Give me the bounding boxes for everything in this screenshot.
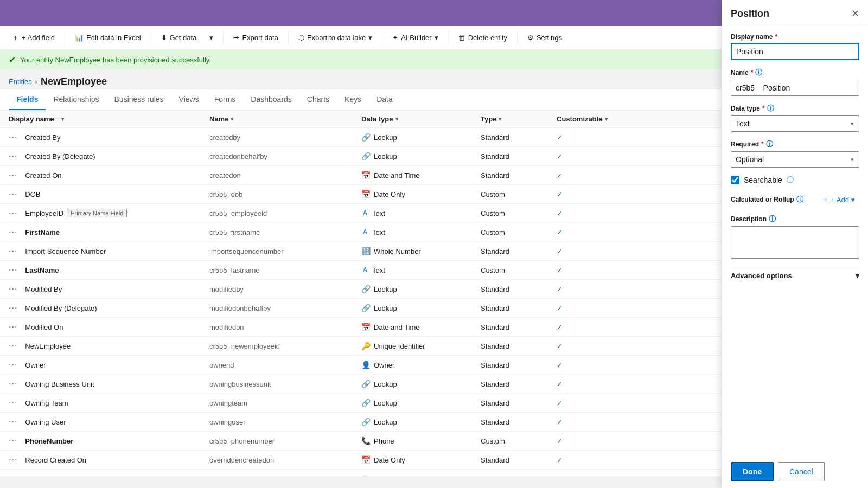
dt-label: Date and Time: [374, 171, 420, 179]
description-textarea[interactable]: [731, 226, 859, 259]
side-panel: Position ✕ Display name * Name * ⓘ Data …: [722, 0, 868, 488]
data-type-cell: Ａ Text: [361, 227, 481, 237]
data-type-cell: ☰ Option Set: [361, 474, 481, 476]
data-type-cell: 👤 Owner: [361, 361, 481, 369]
add-calc-button[interactable]: ＋ + Add ▾: [817, 192, 859, 207]
done-button[interactable]: Done: [731, 462, 774, 481]
row-menu[interactable]: ···: [9, 417, 17, 427]
row-menu[interactable]: ···: [9, 227, 17, 237]
get-data-button[interactable]: ⬇ Get data: [156, 30, 202, 45]
row-menu[interactable]: ···: [9, 398, 17, 408]
row-menu[interactable]: ···: [9, 341, 17, 351]
row-menu[interactable]: ···: [9, 379, 17, 389]
cancel-button[interactable]: Cancel: [778, 462, 825, 481]
row-customizable: ✓: [557, 152, 633, 160]
dt-icon: 🔢: [361, 247, 371, 255]
dt-icon: 📅: [361, 190, 371, 198]
advanced-options-row[interactable]: Advanced options ▾: [731, 268, 859, 283]
get-data-dropdown[interactable]: ▾: [204, 30, 219, 45]
dt-icon: 🔗: [361, 152, 371, 160]
toolbar-separator-2: [151, 31, 151, 44]
settings-button[interactable]: ⚙ Settings: [522, 30, 567, 45]
display-name-input[interactable]: [731, 43, 859, 60]
row-name: cr5b5_firstname: [209, 228, 361, 236]
display-name-text: Import Sequence Number: [25, 247, 106, 255]
row-name: owningbusinessunit: [209, 380, 361, 388]
row-name: modifiedby: [209, 285, 361, 293]
tab-fields[interactable]: Fields: [9, 89, 46, 110]
row-customizable: ✓: [557, 304, 633, 312]
desc-info-icon[interactable]: ⓘ: [769, 214, 776, 224]
dtype-sort-icon: ▾: [395, 116, 398, 122]
row-menu[interactable]: ···: [9, 455, 17, 465]
row-display-name: ··· Status: [9, 474, 209, 476]
row-menu[interactable]: ···: [9, 284, 17, 294]
name-info-icon[interactable]: ⓘ: [755, 68, 762, 78]
dt-label: Owner: [374, 361, 394, 369]
add-field-button[interactable]: ＋ + Add field: [7, 30, 60, 46]
th-name[interactable]: Name ▾: [209, 115, 361, 123]
data-type-cell: 🔢 Whole Number: [361, 247, 481, 255]
row-menu[interactable]: ···: [9, 360, 17, 370]
calc-rollup-row: Calculated or Rollup ⓘ ＋ + Add ▾: [731, 192, 859, 207]
row-menu[interactable]: ···: [9, 151, 17, 161]
tab-forms[interactable]: Forms: [207, 89, 244, 110]
cust-sort-icon: ▾: [605, 116, 608, 122]
ai-builder-button[interactable]: ✦ AI Builder ▾: [387, 30, 443, 45]
row-type: Standard: [481, 133, 557, 142]
row-customizable: ✓: [557, 456, 633, 464]
dt-icon: 👤: [361, 361, 371, 369]
row-name: createdonbehalfby: [209, 152, 361, 160]
tab-data[interactable]: Data: [369, 89, 400, 110]
row-type: Standard: [481, 304, 557, 312]
row-menu[interactable]: ···: [9, 208, 17, 218]
required-info-icon[interactable]: ⓘ: [766, 139, 773, 149]
dt-label: Lookup: [374, 285, 397, 293]
export-lake-button[interactable]: ⬡ Export to data lake ▾: [293, 30, 378, 45]
advanced-chevron-icon: ▾: [856, 272, 859, 280]
breadcrumb-entities[interactable]: Entities: [9, 78, 32, 86]
delete-entity-button[interactable]: 🗑 Delete entity: [453, 30, 513, 45]
required-select[interactable]: Optional Business Recommended Business R…: [731, 151, 859, 168]
th-display-name[interactable]: Display name ↑ ▾: [9, 115, 209, 123]
th-data-type[interactable]: Data type ▾: [361, 115, 481, 123]
row-menu[interactable]: ···: [9, 170, 17, 180]
tab-views[interactable]: Views: [171, 89, 207, 110]
searchable-info-icon[interactable]: ⓘ: [787, 175, 794, 185]
tab-dashboards[interactable]: Dashboards: [243, 89, 299, 110]
tab-business-rules[interactable]: Business rules: [107, 89, 171, 110]
row-menu[interactable]: ···: [9, 436, 17, 446]
display-name-text: FirstName: [25, 228, 60, 236]
th-type[interactable]: Type ▾: [481, 115, 557, 123]
edit-excel-button[interactable]: 📊 Edit data in Excel: [69, 30, 146, 45]
searchable-checkbox[interactable]: [731, 176, 739, 184]
dt-label: Lookup: [374, 304, 397, 312]
row-menu[interactable]: ···: [9, 132, 17, 142]
row-menu[interactable]: ···: [9, 322, 17, 332]
row-menu[interactable]: ···: [9, 265, 17, 275]
data-type-cell: 📅 Date and Time: [361, 171, 481, 179]
name-input[interactable]: [731, 80, 859, 96]
data-type-info-icon[interactable]: ⓘ: [767, 104, 774, 113]
display-name-text: Modified By: [25, 285, 62, 293]
row-menu[interactable]: ···: [9, 189, 17, 199]
tab-relationships[interactable]: Relationships: [46, 89, 106, 110]
row-menu[interactable]: ···: [9, 303, 17, 313]
row-menu[interactable]: ···: [9, 474, 17, 476]
dt-icon: 🔗: [361, 380, 371, 388]
calc-info-icon[interactable]: ⓘ: [796, 195, 803, 204]
th-customizable[interactable]: Customizable ▾: [557, 115, 633, 123]
panel-close-button[interactable]: ✕: [851, 8, 859, 20]
row-menu[interactable]: ···: [9, 246, 17, 256]
data-type-select[interactable]: Text: [731, 115, 859, 132]
data-type-cell: 🔗 Lookup: [361, 285, 481, 293]
row-customizable: ✓: [557, 209, 633, 217]
tab-keys[interactable]: Keys: [337, 89, 369, 110]
dt-label: Lookup: [374, 418, 397, 426]
row-type: Standard: [481, 342, 557, 350]
row-name: importsequencenumber: [209, 247, 361, 255]
row-customizable: ✓: [557, 475, 633, 477]
export-data-button[interactable]: ↦ Export data: [228, 30, 284, 45]
dt-label: Lookup: [374, 133, 397, 142]
tab-charts[interactable]: Charts: [299, 89, 337, 110]
